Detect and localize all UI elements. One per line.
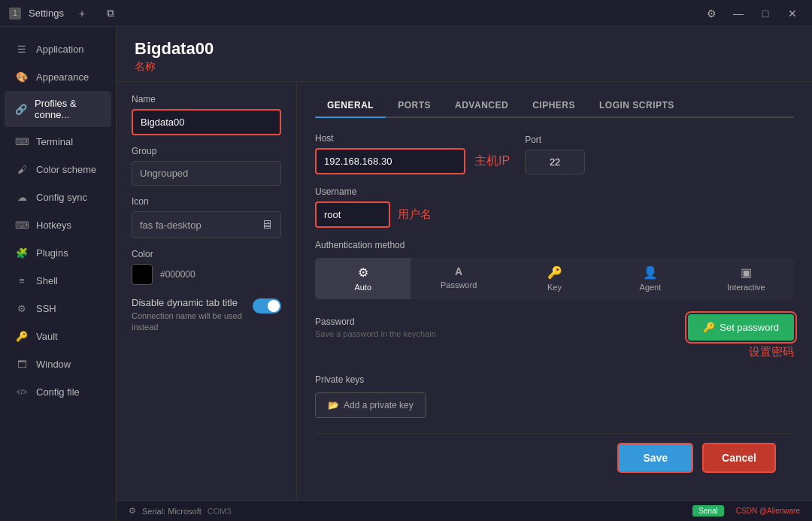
sidebar-item-label: Plugins <box>36 247 68 259</box>
tab-general[interactable]: GENERAL <box>315 94 386 118</box>
status-left: ⚙ Serial: Microsoft COM3 <box>129 506 232 516</box>
toggle-switch[interactable] <box>253 298 281 314</box>
set-password-button[interactable]: 🔑 Set password <box>688 314 794 341</box>
colorscheme-icon: 🖌 <box>15 162 29 176</box>
sidebar-item-profiles[interactable]: 🔗 Profiles & conne... <box>5 91 111 127</box>
shell-icon: ≡ <box>15 274 29 287</box>
content-area: Bigdata00 名称 Name Group Icon fas fa-desk… <box>117 27 812 521</box>
auth-label: Authentication method <box>315 240 794 250</box>
profile-title: Bigdata00 <box>135 39 794 59</box>
folder-icon: 📂 <box>328 400 339 410</box>
sidebar-item-shell[interactable]: ≡ Shell <box>5 267 111 294</box>
watermark: CSDN @Alienware <box>736 507 800 515</box>
sidebar-item-plugins[interactable]: 🧩 Plugins <box>5 239 111 266</box>
maximize-button[interactable]: □ <box>755 6 776 21</box>
close-button[interactable]: ✕ <box>782 6 803 21</box>
auth-method-interactive[interactable]: ▣ Interactive <box>698 258 794 299</box>
sidebar-item-application[interactable]: ☰ Application <box>5 35 111 62</box>
sidebar-item-hotkeys[interactable]: ⌨ Hotkeys <box>5 211 111 238</box>
sidebar-item-label: Appearance <box>36 71 89 83</box>
plugins-icon: 🧩 <box>15 246 29 259</box>
auth-method-label: Agent <box>640 283 662 292</box>
tab-ports[interactable]: PORTS <box>386 94 443 118</box>
profiles-icon: 🔗 <box>15 102 27 116</box>
ssh-icon: ⚙ <box>15 301 29 315</box>
sidebar-item-appearance[interactable]: 🎨 Appearance <box>5 63 111 90</box>
icon-selector[interactable]: fas fa-desktop 🖥 <box>132 211 281 238</box>
status-icon: ⚙ <box>129 506 136 516</box>
window-title: Settings <box>29 8 64 19</box>
set-password-annotation: 设置密码 <box>749 345 794 358</box>
app-icon: 1 <box>9 8 21 20</box>
sidebar-item-configfile[interactable]: </> Config file <box>5 378 111 405</box>
configsync-icon: ☁ <box>15 190 29 204</box>
sidebar-item-colorscheme[interactable]: 🖌 Color scheme <box>5 156 111 183</box>
group-input[interactable] <box>132 161 281 186</box>
port-group: Port <box>525 135 585 174</box>
password-row: Password Save a password in the keychain… <box>315 314 794 341</box>
auth-method-agent[interactable]: 👤 Agent <box>602 258 698 299</box>
interactive-icon: ▣ <box>741 265 752 280</box>
password-hint: Save a password in the keychain <box>315 329 688 338</box>
name-input[interactable] <box>132 109 281 135</box>
status-bar: ⚙ Serial: Microsoft COM3 Serial CSDN @Al… <box>117 500 812 521</box>
split-button[interactable]: ⧉ <box>100 6 121 21</box>
auth-method-key[interactable]: 🔑 Key <box>507 258 602 299</box>
sidebar-item-configsync[interactable]: ☁ Config sync <box>5 183 111 211</box>
tabs-row: GENERAL PORTS ADVANCED CIPHERS LOGIN SCR… <box>315 94 794 118</box>
host-annotation: 主机IP <box>474 153 510 169</box>
password-auth-icon: A <box>455 265 462 277</box>
username-label: Username <box>315 186 432 197</box>
host-group: Host 主机IP <box>315 133 510 174</box>
window-controls: ⚙ — □ ✕ <box>701 6 803 21</box>
auth-method-password[interactable]: A Password <box>411 258 506 299</box>
sidebar-item-label: SSH <box>36 303 56 314</box>
sidebar-item-label: Hotkeys <box>36 220 71 231</box>
save-button[interactable]: Save <box>617 443 693 473</box>
cancel-button[interactable]: Cancel <box>702 443 776 473</box>
sidebar-item-terminal[interactable]: ⌨ Terminal <box>5 128 111 155</box>
vault-icon: 🔑 <box>15 329 29 343</box>
auth-method-label: Interactive <box>727 283 765 292</box>
password-title: Password <box>315 317 688 327</box>
username-row: Username 用户名 <box>315 186 794 228</box>
toggle-desc: Connection name will be used instead <box>132 310 245 334</box>
host-input[interactable] <box>315 148 465 174</box>
username-input[interactable] <box>315 201 390 228</box>
auth-method-auto[interactable]: ⚙ Auto <box>315 258 411 299</box>
sidebar-item-vault[interactable]: 🔑 Vault <box>5 323 111 350</box>
tab-ciphers[interactable]: CIPHERS <box>520 94 587 118</box>
tab-login-scripts[interactable]: LOGIN SCRIPTS <box>587 94 686 118</box>
new-tab-button[interactable]: + <box>71 6 92 21</box>
color-preview[interactable] <box>132 264 153 285</box>
title-bar: 1 Settings + ⧉ ⚙ — □ ✕ <box>0 0 812 27</box>
toggle-row: Disable dynamic tab title Connection nam… <box>132 297 281 334</box>
tab-advanced[interactable]: ADVANCED <box>443 94 520 118</box>
configfile-icon: </> <box>15 385 29 398</box>
sidebar-item-ssh[interactable]: ⚙ SSH <box>5 295 111 322</box>
auth-method-label: Auto <box>354 283 371 292</box>
color-value: #000000 <box>160 269 195 280</box>
key-icon: 🔑 <box>703 322 715 333</box>
sidebar-item-label: Application <box>36 44 84 55</box>
sidebar-item-label: Window <box>36 359 71 370</box>
sidebar: ☰ Application 🎨 Appearance 🔗 Profiles & … <box>0 27 117 521</box>
add-private-key-button[interactable]: 📂 Add a private key <box>315 392 426 418</box>
port-input[interactable] <box>525 150 585 174</box>
toggle-section: Disable dynamic tab title Connection nam… <box>132 297 281 334</box>
sidebar-item-label: Profiles & conne... <box>35 98 101 120</box>
agent-icon: 👤 <box>643 265 658 280</box>
auth-method-label: Password <box>441 280 477 289</box>
auto-icon: ⚙ <box>358 265 368 280</box>
host-port-row: Host 主机IP Port <box>315 133 794 174</box>
serial-badge: Serial <box>692 505 724 516</box>
add-key-label: Add a private key <box>344 400 414 410</box>
settings-button[interactable]: ⚙ <box>701 6 722 21</box>
icon-label: Icon <box>132 196 281 207</box>
port-text: COM3 <box>208 507 232 516</box>
minimize-button[interactable]: — <box>728 6 749 21</box>
sidebar-item-window[interactable]: 🗔 Window <box>5 350 111 377</box>
right-panel: GENERAL PORTS ADVANCED CIPHERS LOGIN SCR… <box>297 82 812 500</box>
port-label: Port <box>525 135 585 145</box>
auth-methods: ⚙ Auto A Password 🔑 Key 👤 <box>315 258 794 299</box>
